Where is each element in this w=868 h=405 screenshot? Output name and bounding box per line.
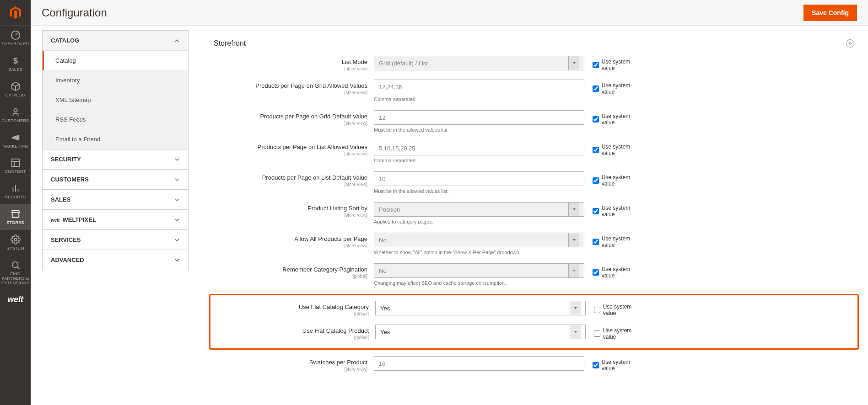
field-scope: [global]: [215, 335, 369, 340]
use-system-value-label: Use system value: [603, 304, 645, 316]
box-icon: [11, 81, 21, 91]
config-section-header-weltpixel[interactable]: weltWELTPIXEL: [43, 210, 188, 229]
config-subitem-xml-sitemap[interactable]: XML Sitemap: [43, 90, 188, 110]
grid-allowed-input: [374, 80, 584, 94]
use-system-value-checkbox[interactable]: [594, 330, 600, 337]
flat-category-select[interactable]: Yes: [375, 301, 586, 315]
nav-partners[interactable]: FIND PARTNERS & EXTENSIONS: [0, 256, 31, 290]
field-list-default: Products per Page on List Default Value …: [214, 171, 854, 194]
config-section-label: CATALOG: [51, 37, 79, 44]
use-system-value-checkbox[interactable]: [593, 362, 599, 368]
field-label-text: Allow All Products per Page: [214, 235, 367, 242]
list-mode-select: Grid (default) / List: [374, 56, 584, 70]
field-note: Comma-separated.: [374, 158, 584, 163]
list-default-input: [374, 171, 584, 186]
nav-reports[interactable]: REPORTS: [0, 179, 31, 204]
chevron-down-icon: [174, 217, 180, 223]
nav-sales-label: SALES: [8, 68, 22, 72]
use-system-value-checkbox[interactable]: [594, 307, 600, 313]
config-subitem-rss-feeds[interactable]: RSS Feeds: [43, 110, 188, 129]
select-value: Grid (default) / List: [379, 60, 428, 67]
field-list-mode: List Mode [store view] Grid (default) / …: [214, 56, 854, 71]
magento-logo[interactable]: [0, 0, 31, 26]
config-subitem-catalog[interactable]: Catalog: [43, 51, 188, 70]
sort-by-select: Position: [374, 202, 584, 217]
field-label-text: List Mode: [214, 59, 367, 65]
config-section-header-services[interactable]: SERVICES: [43, 230, 188, 250]
field-scope: [store view]: [214, 66, 367, 71]
fieldset-header[interactable]: Storefront: [214, 35, 854, 56]
svg-point-11: [14, 238, 17, 241]
field-remember-pagination: Remember Category Pagination [global] No…: [214, 263, 854, 286]
config-section-header-advanced[interactable]: ADVANCED: [43, 250, 188, 270]
nav-sales[interactable]: $ SALES: [0, 51, 31, 77]
field-note: Changing may affect SEO and cache storag…: [374, 280, 584, 286]
nav-dashboard-label: DASHBOARD: [2, 42, 29, 47]
nav-stores[interactable]: STORES: [0, 204, 31, 230]
svg-point-4: [14, 108, 17, 112]
config-section-label: ADVANCED: [51, 256, 84, 263]
use-system-value-checkbox[interactable]: [593, 116, 599, 123]
nav-catalog-label: CATALOG: [5, 93, 26, 98]
nav-stores-label: STORES: [6, 221, 24, 225]
field-note: Applies to category pages.: [374, 219, 584, 224]
field-sort-by: Product Listing Sort by [store view] Pos…: [214, 202, 854, 224]
use-system-value-checkbox[interactable]: [593, 269, 599, 276]
nav-dashboard[interactable]: DASHBOARD: [0, 26, 31, 51]
nav-reports-label: REPORTS: [5, 195, 26, 200]
gear-icon: [11, 234, 21, 245]
nav-customers[interactable]: CUSTOMERS: [0, 102, 31, 128]
field-scope: [store view]: [214, 182, 367, 187]
field-list-allowed: Products per Page on List Allowed Values…: [214, 141, 854, 163]
field-scope: [global]: [214, 274, 367, 279]
field-flat-category: Use Flat Catalog Category [global] Yes U…: [210, 301, 857, 316]
config-section-label: CUSTOMERS: [51, 176, 89, 183]
config-subitem-inventory[interactable]: Inventory: [43, 70, 188, 90]
use-system-value-checkbox[interactable]: [593, 208, 599, 214]
grid-default-input: [374, 110, 584, 125]
nav-partners-label: FIND PARTNERS & EXTENSIONS: [1, 272, 29, 286]
config-section-header-customers[interactable]: CUSTOMERS: [43, 170, 188, 189]
config-section-header-sales[interactable]: SALES: [43, 190, 188, 209]
use-system-value-checkbox[interactable]: [593, 147, 599, 153]
field-scope: [store view]: [214, 121, 367, 126]
nav-marketing[interactable]: MARKETING: [0, 128, 31, 154]
config-section-customers: CUSTOMERS: [42, 169, 189, 190]
use-system-value-label: Use system value: [603, 327, 645, 340]
use-system-value-checkbox[interactable]: [593, 85, 599, 92]
use-system-value-label: Use system value: [602, 174, 644, 187]
field-scope: [global]: [215, 311, 369, 316]
field-note: Whether to show "All" option in the "Sho…: [374, 250, 584, 255]
field-note: Comma-separated.: [374, 96, 584, 102]
select-value: Position: [379, 206, 400, 213]
weltpixel-logo-sidebar[interactable]: welt: [0, 290, 31, 309]
svg-point-12: [12, 262, 18, 268]
config-section-label: SECURITY: [51, 156, 81, 163]
chevron-down-icon: [174, 157, 180, 162]
use-system-value-label: Use system value: [602, 205, 644, 218]
flat-product-select[interactable]: Yes: [375, 325, 586, 339]
flat-catalog-highlight: Use Flat Catalog Category [global] Yes U…: [209, 294, 859, 350]
config-section-header-security[interactable]: SECURITY: [43, 149, 188, 169]
save-config-button[interactable]: Save Config: [803, 5, 857, 21]
svg-line-13: [17, 267, 19, 269]
use-system-value-checkbox[interactable]: [593, 62, 599, 68]
field-label-text: Product Listing Sort by: [214, 205, 367, 212]
chevron-down-icon: [174, 257, 180, 263]
nav-system[interactable]: SYSTEM: [0, 230, 31, 256]
field-label-text: Products per Page on List Default Value: [214, 174, 367, 181]
use-system-value-checkbox[interactable]: [593, 177, 599, 184]
collapse-icon[interactable]: [846, 39, 854, 48]
select-value: Yes: [380, 329, 390, 336]
config-subitem-email-friend[interactable]: Email to a Friend: [43, 129, 188, 149]
config-section-header-catalog[interactable]: CATALOG: [43, 31, 188, 51]
field-scope: [store view]: [214, 213, 367, 218]
nav-content[interactable]: CONTENT: [0, 153, 31, 179]
use-system-value-checkbox[interactable]: [593, 239, 599, 245]
config-content: Storefront List Mode [store view] Grid (…: [200, 26, 868, 405]
field-grid-default: Products per Page on Grid Default Value …: [214, 110, 854, 133]
nav-catalog[interactable]: CATALOG: [0, 77, 31, 102]
config-section-label: SERVICES: [51, 236, 81, 243]
chevron-down-icon: [174, 177, 180, 182]
field-scope: [store view]: [214, 243, 367, 248]
